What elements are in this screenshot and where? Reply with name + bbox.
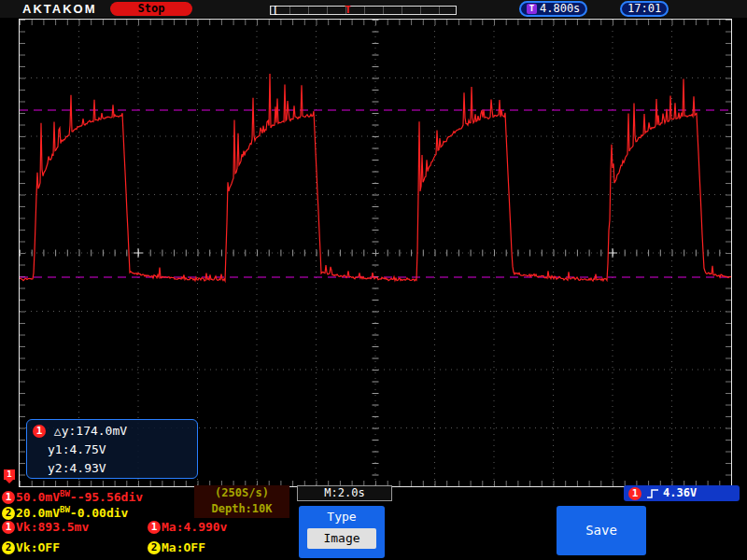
- ch1-ma-value: Ma:4.990v: [162, 520, 227, 534]
- save-button[interactable]: Save: [557, 506, 646, 555]
- ch2-vk-value: Vk:OFF: [16, 540, 60, 554]
- brand-logo: AKTAKOM: [22, 2, 96, 16]
- ch2-ma-value: Ma:OFF: [162, 540, 205, 554]
- type-menu-title: Type: [299, 510, 385, 524]
- trigger-position-bar: [ T: [270, 6, 457, 15]
- graticule-area: [19, 19, 732, 487]
- trigger-level-readout: 1 4.36V: [624, 485, 740, 501]
- clock-value: 17:01: [627, 3, 661, 15]
- sample-rate: (250S/s): [194, 485, 289, 501]
- ch1-badge-icon: 1: [2, 521, 15, 534]
- ch2-badge-icon: 2: [148, 541, 161, 554]
- trigger-delay-chip: T 4.800s: [519, 1, 587, 17]
- ch1-vk-measurement: 1Vk:893.5mv: [2, 520, 89, 535]
- top-status-bar: AKTAKOM Stop [ T T 4.800s 17:01: [0, 0, 747, 18]
- ch1-vk-value: Vk:893.5mv: [16, 520, 89, 534]
- ch1-ma-measurement: 1Ma:4.990v: [148, 520, 227, 535]
- cursor-measurement-box: 1 △y:174.0mV y1:4.75V y2:4.93V: [26, 419, 198, 479]
- timebase-readout: M:2.0s: [297, 485, 392, 501]
- ch2-ma-measurement: 2Ma:OFF: [148, 540, 205, 555]
- rising-edge-icon: [646, 488, 659, 499]
- ch1-bandwidth-flag: BW: [60, 489, 70, 498]
- trigger-source-badge-icon: 1: [628, 487, 641, 500]
- ch2-badge-icon: 2: [2, 507, 15, 520]
- cursor-delta-row: 1 △y:174.0mV: [33, 422, 191, 441]
- ch2-scale-readout: 220.0mVBW-0.00div: [2, 502, 128, 521]
- type-menu[interactable]: Type Image: [299, 506, 385, 558]
- cursor-y1: y1:4.75V: [33, 441, 191, 459]
- acquisition-info-box: (250S/s) Depth:10K: [194, 485, 289, 518]
- trigger-delay-value: 4.800s: [540, 3, 580, 15]
- ch2-badge-icon: 2: [2, 541, 15, 554]
- ch1-badge-icon: 1: [148, 521, 161, 534]
- memory-depth: Depth:10K: [194, 501, 289, 517]
- type-menu-selected-option[interactable]: Image: [307, 528, 376, 549]
- trigger-level-value: 4.36V: [663, 485, 697, 501]
- ch2-bandwidth-flag: BW: [60, 505, 70, 514]
- trigger-position-marker: T: [345, 4, 351, 16]
- memory-window-bracket: [: [273, 4, 278, 16]
- trigger-time-icon: T: [527, 4, 537, 14]
- cursor-y2: y2:4.93V: [33, 459, 191, 478]
- clock-chip: 17:01: [620, 1, 669, 17]
- run-stop-button[interactable]: Stop: [110, 2, 192, 16]
- ch1-badge-icon: 1: [33, 425, 46, 438]
- ch1-position-pin: 1: [4, 469, 15, 480]
- graticule-svg: [20, 20, 731, 486]
- oscilloscope-screen: AKTAKOM Stop [ T T 4.800s 17:01 1 1 △y:1…: [0, 0, 747, 560]
- cursor-delta-y: △y:174.0mV: [54, 424, 127, 438]
- ch2-scale: 20.0mV: [16, 506, 60, 520]
- ch2-vk-measurement: 2Vk:OFF: [2, 540, 60, 555]
- ch2-position: -0.00div: [70, 506, 129, 520]
